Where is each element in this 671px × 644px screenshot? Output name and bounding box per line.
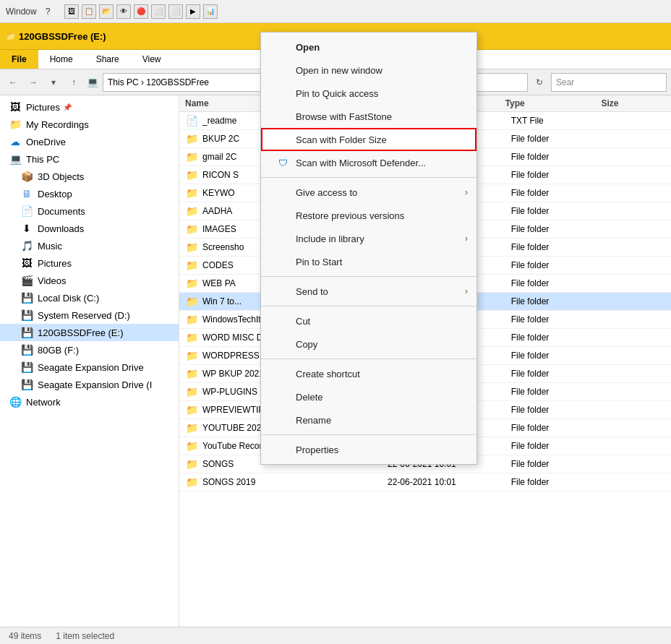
menu-window[interactable]: Window: [6, 7, 37, 17]
nav-refresh-button[interactable]: ↻: [531, 74, 548, 91]
sidebar-item-my-recordings[interactable]: 📁 My Recordings: [0, 116, 179, 133]
documents-icon: 📄: [20, 205, 33, 218]
sidebar-item-this-pc-label: This PC: [26, 154, 59, 165]
ctx-menu-item-create-shortcut[interactable]: Create shortcut: [261, 362, 476, 385]
120gb-e-icon: 💾: [20, 326, 33, 339]
ctx-item-include-library-label: Include in library: [296, 233, 364, 244]
file-icon-folder: 📁: [185, 331, 198, 344]
desktop-icon: 🖥: [20, 187, 33, 200]
col-header-size[interactable]: Size: [601, 98, 665, 108]
search-box[interactable]: Sear: [551, 73, 667, 92]
toolbar-icon-5[interactable]: 🔴: [134, 4, 148, 19]
toolbar-icon-8[interactable]: ▶: [186, 4, 200, 19]
ctx-item-rename-label: Rename: [296, 415, 331, 426]
file-date: 22-06-2021 10:01: [388, 477, 511, 487]
toolbar-icon-2[interactable]: 📋: [82, 4, 96, 19]
sidebar-item-3d-objects-label: 3D Objects: [38, 171, 84, 182]
file-icon-txt: 📄: [185, 114, 198, 127]
file-type: TXT File: [511, 116, 604, 126]
pictures-pinned-icon: 🖼: [9, 100, 22, 113]
file-icon-folder: 📁: [185, 458, 198, 471]
nav-up-button[interactable]: ↑: [65, 74, 82, 91]
ctx-menu-item-include-library[interactable]: Include in library ›: [261, 227, 476, 250]
file-icon-folder: 📁: [185, 241, 198, 254]
ctx-menu-item-send-to[interactable]: Send to ›: [261, 280, 476, 303]
nav-forward-button[interactable]: →: [25, 74, 42, 91]
toolbar-icon-4[interactable]: 👁: [116, 4, 131, 19]
sidebar-item-seagate-exp[interactable]: 💾 Seagate Expansion Drive: [0, 359, 179, 376]
file-icon-folder: 📁: [185, 259, 198, 272]
tab-home[interactable]: Home: [38, 50, 85, 69]
sidebar-item-downloads[interactable]: ⬇ Downloads: [0, 220, 179, 237]
file-icon-folder: 📁: [185, 439, 198, 452]
sidebar-item-80gb-f[interactable]: 💾 80GB (F:): [0, 341, 179, 359]
ctx-menu-item-scan-defender[interactable]: 🛡 Scan with Microsoft Defender...: [261, 151, 476, 174]
selection-info: 1 item selected: [56, 631, 114, 641]
file-type: File folder: [511, 387, 604, 397]
menu-help[interactable]: ?: [46, 7, 51, 17]
sidebar-item-music[interactable]: 🎵 Music: [0, 237, 179, 254]
file-type: File folder: [511, 170, 604, 180]
nav-dropdown-button[interactable]: ▾: [45, 74, 62, 91]
toolbar-icon-7[interactable]: ⬜: [168, 4, 183, 19]
sidebar-item-pictures-pinned[interactable]: 🖼 Pictures 📌: [0, 98, 179, 116]
sidebar-item-120gb-e[interactable]: 💾 120GBSSDFree (E:): [0, 324, 179, 341]
ctx-menu-item-browse-faststone[interactable]: Browse with FastStone: [261, 105, 476, 128]
toolbar-icon-9[interactable]: 📊: [203, 4, 218, 19]
file-type: File folder: [511, 351, 604, 361]
sidebar-item-videos-label: Videos: [38, 275, 67, 286]
ctx-menu-item-copy[interactable]: Copy: [261, 332, 476, 356]
ctx-menu-item-properties[interactable]: Properties: [261, 438, 476, 461]
sidebar-item-system-reserved-d-label: System Reserved (D:): [38, 310, 130, 321]
ctx-menu-item-cut[interactable]: Cut: [261, 309, 476, 332]
file-type: File folder: [511, 152, 604, 162]
toolbar-icon-1[interactable]: 🖼: [64, 4, 79, 19]
sidebar-item-3d-objects[interactable]: 📦 3D Objects: [0, 168, 179, 185]
sidebar-item-documents[interactable]: 📄 Documents: [0, 202, 179, 220]
file-type: File folder: [511, 369, 604, 379]
sidebar-item-desktop[interactable]: 🖥 Desktop: [0, 185, 179, 202]
sidebar-item-system-reserved-d[interactable]: 💾 System Reserved (D:): [0, 306, 179, 324]
toolbar-icon-6[interactable]: ⬜: [151, 4, 166, 19]
sidebar-item-onedrive[interactable]: ☁ OneDrive: [0, 133, 179, 150]
ctx-menu-item-restore-versions[interactable]: Restore previous versions: [261, 204, 476, 227]
ctx-menu-item-delete[interactable]: Delete: [261, 385, 476, 408]
file-type: File folder: [511, 134, 604, 144]
ctx-item-send-to-label: Send to: [296, 286, 328, 297]
table-row[interactable]: 📁 SONGS 2019 22-06-2021 10:01 File folde…: [179, 473, 671, 491]
ctx-separator-3: [261, 306, 476, 306]
ctx-menu-item-pin-start[interactable]: Pin to Start: [261, 250, 476, 273]
local-disk-c-icon: 💾: [20, 291, 33, 304]
seagate-exp2-icon: 💾: [20, 378, 33, 391]
pin-icon: 📌: [63, 103, 72, 111]
file-icon-folder: 📁: [185, 349, 198, 362]
ctx-menu-item-open[interactable]: Open: [261, 35, 476, 59]
ctx-menu-item-open-new-window[interactable]: Open in new window: [261, 59, 476, 82]
tab-file[interactable]: File: [0, 50, 38, 69]
onedrive-icon: ☁: [9, 135, 22, 148]
ctx-item-scan-folder-size-label: Scan with Folder Size: [296, 134, 387, 145]
sidebar-item-this-pc[interactable]: 💻 This PC: [0, 150, 179, 168]
scan-defender-icon: 🛡: [275, 155, 290, 170]
tab-view[interactable]: View: [131, 50, 173, 69]
col-header-type[interactable]: Type: [505, 98, 602, 108]
ctx-item-scan-defender-label: Scan with Microsoft Defender...: [296, 158, 426, 168]
nav-back-button[interactable]: ←: [4, 74, 22, 91]
ctx-separator-5: [261, 434, 476, 435]
network-icon: 🌐: [9, 395, 22, 408]
sidebar-item-seagate-exp2[interactable]: 💾 Seagate Expansion Drive (I: [0, 376, 179, 393]
give-access-icon: [275, 185, 290, 199]
toolbar-icon-3[interactable]: 📂: [99, 4, 114, 19]
sidebar-item-local-disk-c[interactable]: 💾 Local Disk (C:): [0, 289, 179, 306]
file-type: File folder: [511, 314, 604, 325]
pc-icon: 💻: [85, 74, 100, 91]
sidebar-item-network[interactable]: 🌐 Network: [0, 393, 179, 411]
tab-share[interactable]: Share: [85, 50, 131, 69]
sidebar-item-pictures[interactable]: 🖼 Pictures: [0, 254, 179, 272]
ctx-menu-item-give-access[interactable]: Give access to ›: [261, 181, 476, 204]
ctx-menu-item-pin-quick-access[interactable]: Pin to Quick access: [261, 82, 476, 105]
ctx-menu-item-scan-folder-size[interactable]: Scan with Folder Size: [261, 128, 476, 151]
ctx-menu-item-rename[interactable]: Rename: [261, 408, 476, 432]
sidebar-item-videos[interactable]: 🎬 Videos: [0, 272, 179, 289]
browse-faststone-icon: [275, 109, 290, 124]
